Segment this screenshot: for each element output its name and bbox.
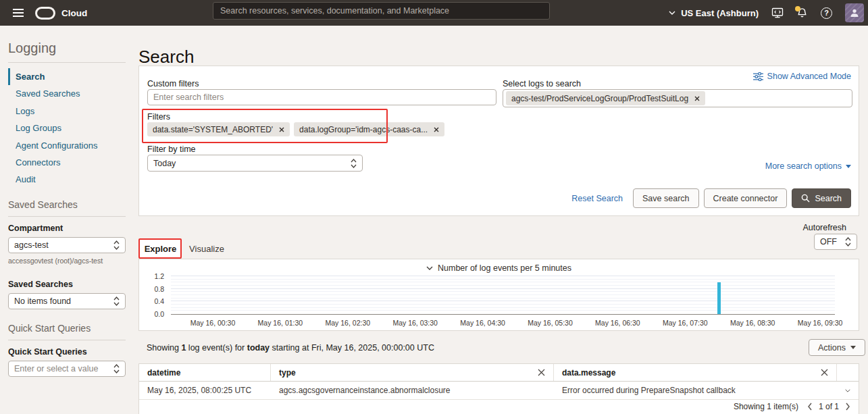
help-icon[interactable]: ?: [821, 7, 832, 19]
sidebar-item-log-groups[interactable]: Log Groups: [8, 120, 126, 136]
table-row: May 16, 2025, 08:00:25 UTCagcs.agcsgover…: [139, 382, 859, 400]
table-cell-data-message: Error occurred during PrepareSnapshot ca…: [554, 386, 837, 395]
collapse-chart-icon[interactable]: [426, 266, 433, 270]
tab-explore[interactable]: Explore: [140, 240, 181, 258]
column-header-type[interactable]: type: [271, 364, 554, 381]
custom-filters-label: Custom filters: [147, 79, 199, 88]
quick-start-select[interactable]: Enter or select a value: [8, 361, 126, 377]
tab-visualize[interactable]: Visualize: [181, 240, 232, 258]
table-cell-type: agcs.agcsgovernanceinstance.abnormalclos…: [271, 386, 554, 395]
quick-start-section-title: Quick Start Queries: [8, 323, 126, 334]
save-search-button[interactable]: Save search: [633, 188, 698, 208]
search-actions-row: Reset Search Save search Create connecto…: [571, 188, 851, 208]
select-updown-icon: [845, 236, 851, 247]
gridline: [171, 276, 835, 276]
remove-column-icon[interactable]: [538, 369, 545, 376]
filter-by-time-label: Filter by time: [147, 145, 196, 154]
reset-search-link[interactable]: Reset Search: [571, 194, 623, 203]
sidebar-item-agent-configurations[interactable]: Agent Configurations: [8, 137, 126, 154]
sidebar-item-connectors[interactable]: Connectors: [8, 154, 126, 171]
gridline: [171, 301, 835, 301]
selected-log-chip: agcs-test/ProdServiceLogGroup/ProdTestSu…: [506, 91, 705, 105]
search-icon: [801, 194, 810, 203]
gridline: [171, 288, 835, 289]
results-table: datetime type data.message May 16, 2025,…: [138, 363, 859, 414]
sidebar: Logging SearchSaved SearchesLogsLog Grou…: [0, 26, 132, 414]
select-updown-icon: [113, 363, 120, 374]
custom-filters-input[interactable]: [147, 89, 496, 105]
search-button[interactable]: Search: [792, 188, 851, 208]
time-range-value: Today: [153, 159, 176, 168]
table-footer: Showing 1 item(s) 1 of 1: [139, 400, 859, 413]
remove-column-icon[interactable]: [821, 369, 828, 376]
chip-remove-icon[interactable]: [694, 96, 700, 101]
sidebar-nav: SearchSaved SearchesLogsLog GroupsAgent …: [8, 68, 126, 188]
sidebar-item-saved-searches[interactable]: Saved Searches: [8, 85, 126, 102]
more-search-options-link[interactable]: More search options: [765, 161, 851, 171]
cloud-shell-icon[interactable]: [771, 7, 784, 18]
y-tick-label: 0.4: [154, 298, 164, 305]
table-header-row: datetime type data.message: [139, 364, 859, 382]
y-tick-label: 0.8: [154, 286, 164, 293]
x-tick-label: May 16, 07:30: [663, 319, 708, 327]
global-search-input[interactable]: [213, 2, 550, 20]
notifications-bell-icon[interactable]: [796, 7, 808, 19]
oracle-cloud-logo[interactable]: Cloud: [35, 7, 87, 20]
y-tick-label: 1.2: [154, 273, 164, 280]
divider: [8, 340, 126, 340]
gridline: [171, 298, 835, 299]
page-title: Search: [138, 47, 194, 68]
column-header-data-message[interactable]: data.message: [554, 364, 837, 381]
gridline: [171, 307, 835, 308]
filter-chip-label: data.logGroup='idm-agcs-caas-ca...: [299, 125, 428, 134]
chart-plot-area: [171, 277, 835, 315]
x-tick-label: May 16, 09:30: [798, 319, 843, 327]
notification-badge: [795, 6, 800, 11]
select-updown-icon: [351, 158, 357, 169]
oracle-logo-icon: [35, 7, 55, 20]
expand-row-icon[interactable]: [837, 388, 859, 393]
page-indicator: 1 of 1: [819, 402, 839, 411]
sidebar-title: Logging: [8, 41, 126, 56]
x-tick-label: May 16, 03:30: [392, 319, 438, 327]
sidebar-item-logs[interactable]: Logs: [8, 103, 126, 120]
results-summary: Showing 1 log event(s) for today startin…: [147, 343, 434, 353]
select-logs-input[interactable]: agcs-test/ProdServiceLogGroup/ProdTestSu…: [503, 89, 852, 107]
compartment-path: accessgovtest (root)/agcs-test: [8, 257, 126, 265]
next-page-icon[interactable]: [845, 403, 850, 411]
show-advanced-mode-link[interactable]: Show Advanced Mode: [753, 72, 851, 81]
autorefresh-label: Autorefresh: [802, 223, 846, 232]
divider: [8, 62, 126, 63]
region-selector[interactable]: US East (Ashburn): [669, 8, 759, 18]
select-updown-icon: [113, 296, 120, 307]
tune-icon: [753, 72, 763, 81]
log-events-chart-panel: Number of log events per 5 minutes 0.00.…: [138, 259, 859, 331]
previous-page-icon[interactable]: [807, 403, 813, 411]
hamburger-menu-icon[interactable]: [12, 8, 24, 18]
chart-title: Number of log events per 5 minutes: [438, 263, 571, 273]
column-header-datetime[interactable]: datetime: [139, 364, 271, 381]
time-range-select[interactable]: Today: [147, 155, 363, 172]
chip-remove-icon[interactable]: [434, 127, 439, 132]
gridline: [171, 291, 835, 292]
sidebar-item-audit[interactable]: Audit: [8, 171, 126, 188]
select-logs-label: Select logs to search: [503, 79, 581, 88]
compartment-select[interactable]: agcs-test: [8, 237, 126, 253]
caret-down-icon: [850, 346, 856, 349]
user-avatar[interactable]: [845, 3, 864, 22]
create-connector-button[interactable]: Create connector: [704, 188, 788, 208]
compartment-label: Compartment: [8, 224, 126, 233]
filter-chip: data.state='SYSTEM_ABORTED': [147, 122, 290, 136]
autorefresh-select[interactable]: OFF: [814, 234, 857, 250]
brand-label: Cloud: [61, 8, 87, 18]
sidebar-item-search[interactable]: Search: [8, 68, 126, 85]
actions-button[interactable]: Actions: [809, 339, 865, 356]
chart-y-axis: 0.00.40.81.2: [139, 277, 168, 315]
saved-searches-select[interactable]: No items found: [8, 293, 126, 309]
saved-searches-label: Saved Searches: [8, 280, 126, 289]
x-tick-label: May 16, 00:30: [190, 319, 236, 327]
region-label: US East (Ashburn): [681, 8, 759, 18]
x-tick-label: May 16, 06:30: [595, 319, 640, 327]
chip-remove-icon[interactable]: [279, 127, 284, 132]
x-tick-label: May 16, 02:30: [326, 319, 371, 327]
